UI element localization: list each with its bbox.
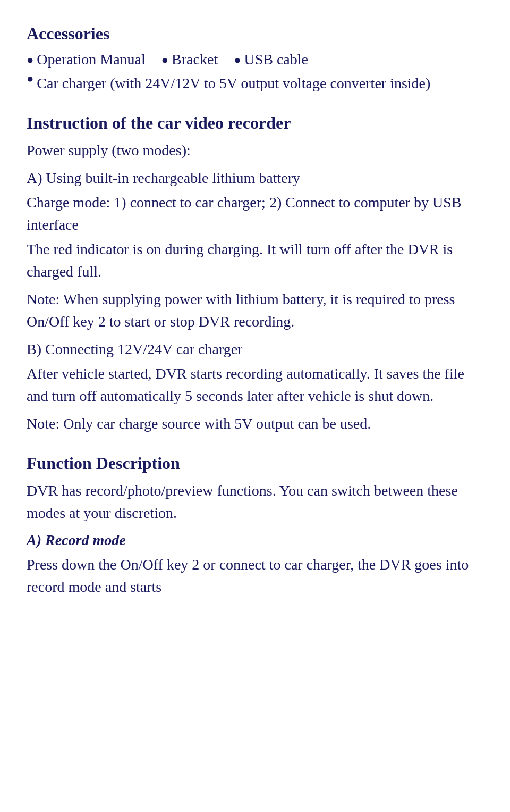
list-item-usb-cable: ● USB cable — [234, 49, 308, 71]
list-item-operation-manual: ● Operation Manual — [27, 49, 146, 71]
accessories-list-row2: ● Car charger (with 24V/12V to 5V output… — [27, 73, 483, 95]
list-item-bracket: ● Bracket — [162, 49, 218, 71]
usb-cable-label: USB cable — [244, 49, 308, 71]
bullet-dot-4: ● — [27, 73, 33, 85]
charge-mode-text: Charge mode: 1) connect to car charger; … — [27, 191, 483, 236]
record-mode-text: Press down the On/Off key 2 or connect t… — [27, 554, 483, 598]
record-mode-label: A) Record mode — [27, 530, 483, 551]
record-mode-para: A) Record mode Press down the On/Off key… — [27, 530, 483, 598]
note1-text: Note: When supplying power with lithium … — [27, 288, 483, 333]
after-vehicle-text: After vehicle started, DVR starts record… — [27, 363, 483, 407]
accessories-list-row1: ● Operation Manual ● Bracket ● USB cable — [27, 49, 483, 71]
red-indicator-text: The red indicator is on during charging.… — [27, 238, 483, 283]
operation-manual-label: Operation Manual — [37, 49, 146, 71]
mode-b-para: B) Connecting 12V/24V car charger After … — [27, 338, 483, 407]
bullet-dot-2: ● — [162, 54, 168, 66]
function-section: Function Description DVR has record/phot… — [27, 451, 483, 598]
mode-a-label: A) Using built-in rechargeable lithium b… — [27, 167, 483, 189]
power-supply-para: Power supply (two modes): — [27, 139, 483, 162]
power-supply-heading: Power supply (two modes): — [27, 142, 191, 158]
note2-para: Note: Only car charge source with 5V out… — [27, 413, 483, 435]
mode-a-para: A) Using built-in rechargeable lithium b… — [27, 167, 483, 283]
bracket-label: Bracket — [172, 49, 218, 71]
note1-para: Note: When supplying power with lithium … — [27, 288, 483, 333]
mode-b-label: B) Connecting 12V/24V car charger — [27, 338, 483, 361]
bullet-dot-1: ● — [27, 54, 33, 66]
function-intro-text: DVR has record/photo/preview functions. … — [27, 480, 483, 524]
instruction-section: Instruction of the car video recorder Po… — [27, 111, 483, 435]
function-intro-para: DVR has record/photo/preview functions. … — [27, 480, 483, 524]
accessories-section: Accessories ● Operation Manual ● Bracket… — [27, 21, 483, 95]
instruction-heading: Instruction of the car video recorder — [27, 111, 483, 135]
accessories-heading: Accessories — [27, 21, 483, 46]
note2-text: Note: Only car charge source with 5V out… — [27, 413, 483, 435]
car-charger-label: Car charger (with 24V/12V to 5V output v… — [37, 73, 430, 95]
function-heading: Function Description — [27, 451, 483, 475]
bullet-dot-3: ● — [234, 54, 241, 66]
